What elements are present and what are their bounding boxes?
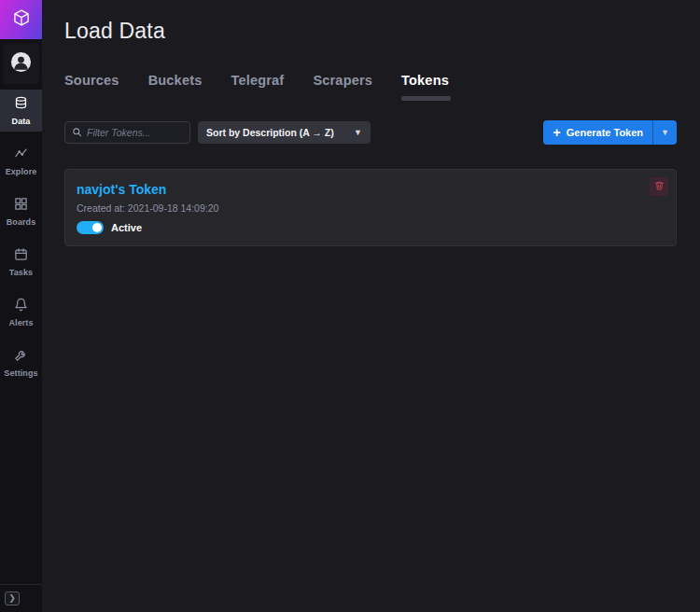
dashboards-icon	[14, 197, 28, 215]
database-icon	[14, 96, 28, 114]
token-status-row: Active	[77, 221, 665, 234]
trash-icon	[654, 178, 665, 195]
wrench-icon	[14, 348, 28, 366]
influxdb-cube-icon	[12, 8, 31, 31]
search-icon	[72, 124, 82, 141]
tab-telegraf[interactable]: Telegraf	[231, 73, 284, 101]
filter-tokens-box	[64, 121, 190, 144]
graph-icon	[14, 146, 28, 164]
main-content: Load Data Sources Buckets Telegraf Scrap…	[42, 0, 700, 612]
sidebar-item-data[interactable]: Data	[0, 90, 42, 132]
generate-token-button[interactable]: + Generate Token ▼	[543, 120, 677, 145]
sidebar: Data Explore Boards	[0, 0, 42, 612]
sidebar-item-label: Boards	[7, 217, 36, 227]
collapse-expander-icon[interactable]: ❯	[5, 591, 20, 605]
generate-token-label: Generate Token	[567, 127, 643, 138]
user-avatar[interactable]	[3, 44, 39, 84]
delete-token-button[interactable]	[650, 177, 668, 196]
toggle-knob	[92, 223, 102, 232]
token-created-at: Created at: 2021-09-18 14:09:20	[77, 202, 665, 214]
token-status-label: Active	[111, 222, 142, 233]
tab-scrapers[interactable]: Scrapers	[313, 73, 372, 101]
sidebar-item-label: Explore	[6, 167, 37, 176]
sidebar-footer: ❯	[0, 584, 42, 612]
load-data-tabs: Sources Buckets Telegraf Scrapers Tokens	[64, 73, 677, 101]
tokens-toolbar: Sort by Description (A → Z) ▼ + Generate…	[64, 120, 677, 145]
sidebar-item-label: Data	[12, 117, 31, 126]
filter-tokens-input[interactable]	[87, 127, 183, 138]
sort-dropdown[interactable]: Sort by Description (A → Z) ▼	[198, 121, 371, 144]
sidebar-item-explore[interactable]: Explore	[0, 140, 42, 182]
token-card: navjot's Token Created at: 2021-09-18 14…	[64, 169, 677, 246]
sort-dropdown-label: Sort by Description (A → Z)	[206, 127, 334, 138]
sidebar-item-boards[interactable]: Boards	[0, 190, 42, 232]
avatar-icon	[10, 51, 32, 76]
sidebar-item-alerts[interactable]: Alerts	[0, 291, 42, 333]
tab-tokens[interactable]: Tokens	[401, 73, 449, 101]
active-tab-indicator	[401, 96, 451, 101]
bell-icon	[14, 298, 28, 315]
chevron-down-icon: ▼	[661, 128, 669, 137]
generate-token-caret[interactable]: ▼	[652, 120, 677, 145]
calendar-icon	[14, 247, 28, 265]
sidebar-item-tasks[interactable]: Tasks	[0, 241, 42, 283]
tab-buckets[interactable]: Buckets	[148, 73, 203, 101]
chevron-down-icon: ▼	[354, 128, 362, 137]
page-title: Load Data	[64, 19, 677, 44]
sidebar-item-label: Tasks	[9, 268, 33, 277]
influxdb-logo[interactable]	[0, 0, 42, 39]
plus-icon: +	[553, 126, 561, 139]
token-active-toggle[interactable]	[77, 221, 104, 234]
sidebar-item-label: Alerts	[8, 318, 33, 327]
tab-sources[interactable]: Sources	[64, 73, 119, 101]
sidebar-item-settings[interactable]: Settings	[0, 341, 42, 383]
token-name-link[interactable]: navjot's Token	[77, 182, 166, 197]
sidebar-item-label: Settings	[4, 369, 37, 378]
